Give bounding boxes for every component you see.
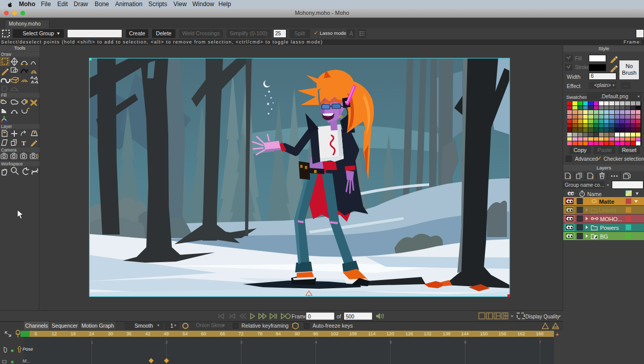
svg-text:of: of — [337, 313, 341, 319]
svg-text:T: T — [21, 139, 26, 147]
svg-text:4: 4 — [315, 340, 318, 345]
svg-text:Frame: Frame — [292, 313, 307, 319]
svg-text:0: 0 — [308, 314, 311, 319]
svg-text:500: 500 — [346, 314, 354, 319]
svg-text:MOHO...: MOHO... — [600, 216, 622, 222]
svg-text:Matte: Matte — [599, 199, 614, 205]
svg-text:Leaves: Leaves — [599, 207, 616, 213]
svg-text:2: 2 — [166, 340, 168, 345]
svg-text:3: 3 — [240, 340, 243, 345]
svg-text:Display Quality: Display Quality — [525, 314, 560, 319]
svg-text:5: 5 — [390, 340, 392, 345]
svg-text:1: 1 — [91, 340, 94, 345]
svg-text:6: 6 — [464, 340, 467, 345]
svg-text:Powers: Powers — [600, 225, 619, 231]
svg-text:7: 7 — [539, 340, 541, 345]
svg-text:BG: BG — [600, 233, 608, 240]
